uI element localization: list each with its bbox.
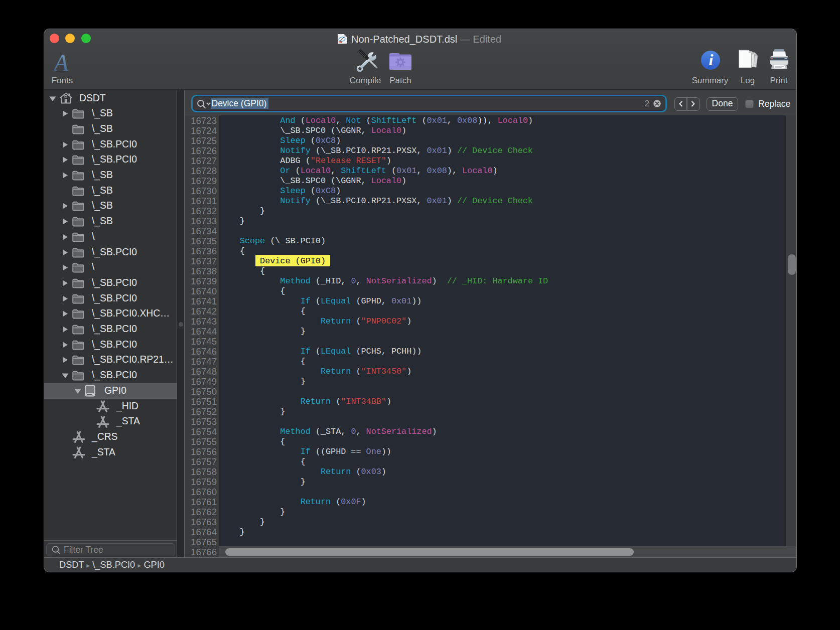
- svg-text:i: i: [709, 51, 714, 69]
- svg-text:DSL: DSL: [339, 42, 342, 43]
- svg-text:A: A: [54, 50, 69, 76]
